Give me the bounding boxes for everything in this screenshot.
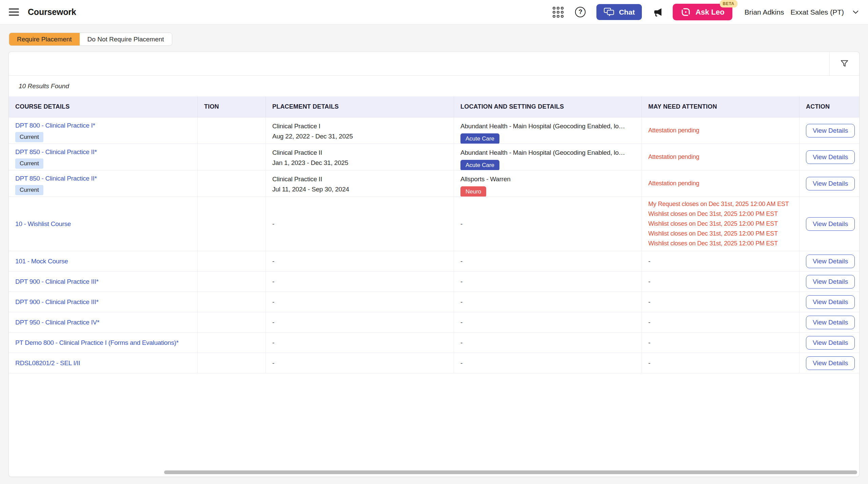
section-cell (198, 144, 266, 170)
course-details-cell: DPT 850 - Clinical Practice II* Current (9, 170, 198, 197)
ask-leo-button[interactable]: Ask Leo BETA (673, 4, 732, 20)
table-header-row: COURSE DETAILS TION PLACEMENT DETAILS LO… (9, 96, 859, 117)
table-row: DPT 950 - Clinical Practice IV* - - - Vi… (9, 312, 859, 333)
attention-text: My Request closes on Dec 31st, 2025 12:0… (648, 199, 793, 209)
horizontal-scrollbar-thumb[interactable] (164, 470, 857, 474)
horizontal-scrollbar (11, 470, 857, 474)
course-link[interactable]: PT Demo 800 - Clinical Practice I (Forms… (15, 338, 191, 347)
chat-bubbles-icon (604, 7, 615, 17)
placement-details-cell: - (266, 251, 454, 272)
placement-details-cell: - (266, 312, 454, 333)
placement-name: Clinical Practice I (272, 121, 447, 131)
section-cell (198, 292, 266, 312)
course-details-cell: DPT 900 - Clinical Practice III* (9, 272, 198, 292)
action-cell: View Details (800, 353, 859, 373)
attention-cell: - (642, 312, 800, 333)
attention-cell: Attestation pending (642, 144, 800, 170)
course-link[interactable]: DPT 850 - Clinical Practice II* (15, 174, 191, 183)
location-name: Allsports - Warren (460, 174, 635, 184)
section-cell (198, 272, 266, 292)
megaphone-icon[interactable] (653, 7, 663, 17)
placement-dash: - (272, 317, 447, 328)
attention-dash: - (648, 317, 793, 328)
section-cell (198, 251, 266, 272)
course-link[interactable]: DPT 850 - Clinical Practice II* (15, 148, 191, 156)
chat-button[interactable]: Chat (596, 4, 642, 20)
course-details-cell: DPT 850 - Clinical Practice II* Current (9, 144, 198, 170)
table-row: 101 - Mock Course - - - View Details (9, 251, 859, 272)
location-setting-cell: - (454, 292, 642, 312)
placement-dash: - (272, 256, 447, 266)
view-details-button[interactable]: View Details (806, 255, 855, 268)
placement-details-cell: - (266, 353, 454, 373)
view-details-button[interactable]: View Details (806, 177, 855, 190)
course-details-cell: 10 - Wishlist Course (9, 197, 198, 251)
org-name: Exxat Sales (PT) (790, 8, 844, 16)
course-details-cell: DPT 900 - Clinical Practice III* (9, 292, 198, 312)
course-link[interactable]: 10 - Wishlist Course (15, 220, 191, 228)
table-row: DPT 850 - Clinical Practice II* Current … (9, 144, 859, 170)
placement-details-cell: - (266, 292, 454, 312)
attention-dash: - (648, 338, 793, 348)
view-details-button[interactable]: View Details (806, 316, 855, 329)
placement-dash: - (272, 338, 447, 348)
view-details-button[interactable]: View Details (806, 275, 855, 288)
placement-dash: - (272, 277, 447, 287)
attention-dash: - (648, 297, 793, 307)
attention-cell: - (642, 292, 800, 312)
placement-details-cell: - (266, 197, 454, 251)
location-setting-cell: Abundant Health - Main Hospital (Geocodi… (454, 144, 642, 170)
view-details-button[interactable]: View Details (806, 336, 855, 350)
filter-button[interactable] (829, 52, 859, 75)
attention-dash: - (648, 358, 793, 368)
course-link[interactable]: RDSL08201/2 - SEL I/II (15, 359, 191, 368)
user-name: Brian Adkins (745, 8, 784, 16)
attention-text: Wishlist closes on Dec 31st, 2025 12:00 … (648, 229, 793, 239)
view-details-button[interactable]: View Details (806, 356, 855, 370)
location-setting-cell: Abundant Health - Main Hospital (Geocodi… (454, 117, 642, 144)
filter-bar-spacer (9, 52, 829, 75)
status-badge: Current (15, 185, 43, 195)
header-action: ACTION (800, 96, 859, 117)
help-icon[interactable]: ? (575, 7, 586, 17)
view-details-button[interactable]: View Details (806, 217, 855, 231)
table-row: PT Demo 800 - Clinical Practice I (Forms… (9, 333, 859, 353)
course-link[interactable]: 101 - Mock Course (15, 257, 191, 266)
view-details-button[interactable]: View Details (806, 124, 855, 137)
header-may-need-attention: MAY NEED ATTENTION (642, 96, 800, 117)
attention-cell: - (642, 333, 800, 353)
help-glyph: ? (578, 8, 582, 16)
placement-dash: - (272, 297, 447, 307)
chevron-down-icon[interactable] (851, 8, 860, 16)
placement-dash: - (272, 219, 447, 229)
section-cell (198, 353, 266, 373)
action-cell: View Details (800, 170, 859, 197)
location-setting-cell: Allsports - Warren Neuro (454, 170, 642, 197)
course-link[interactable]: DPT 950 - Clinical Practice IV* (15, 318, 191, 327)
course-details-cell: PT Demo 800 - Clinical Practice I (Forms… (9, 333, 198, 353)
tab-do-not-require-placement[interactable]: Do Not Require Placement (80, 33, 172, 45)
location-name: Abundant Health - Main Hospital (Geocodi… (460, 148, 635, 158)
placement-name: Clinical Practice II (272, 148, 447, 158)
tab-require-placement[interactable]: Require Placement (9, 33, 80, 45)
course-details-cell: DPT 800 - Clinical Practice I* Current (9, 117, 198, 144)
placement-dates: Jul 11, 2024 - Sep 30, 2024 (272, 184, 447, 194)
apps-grid-icon[interactable] (553, 7, 564, 18)
view-details-button[interactable]: View Details (806, 295, 855, 309)
course-details-cell: DPT 950 - Clinical Practice IV* (9, 312, 198, 333)
course-link[interactable]: DPT 900 - Clinical Practice III* (15, 277, 191, 286)
section-cell (198, 117, 266, 144)
ask-leo-label: Ask Leo (695, 8, 725, 17)
location-dash: - (460, 297, 635, 307)
course-link[interactable]: DPT 800 - Clinical Practice I* (15, 121, 191, 130)
course-link[interactable]: DPT 900 - Clinical Practice III* (15, 298, 191, 306)
setting-badge: Neuro (460, 186, 486, 197)
hamburger-menu-icon[interactable] (9, 8, 19, 16)
page-title: Coursework (28, 7, 76, 17)
placement-dash: - (272, 358, 447, 368)
view-details-button[interactable]: View Details (806, 150, 855, 164)
header-placement-details: PLACEMENT DETAILS (266, 96, 454, 117)
status-badge: Current (15, 159, 43, 169)
attention-cell: Attestation pending (642, 117, 800, 144)
header-course-details: COURSE DETAILS (9, 96, 198, 117)
